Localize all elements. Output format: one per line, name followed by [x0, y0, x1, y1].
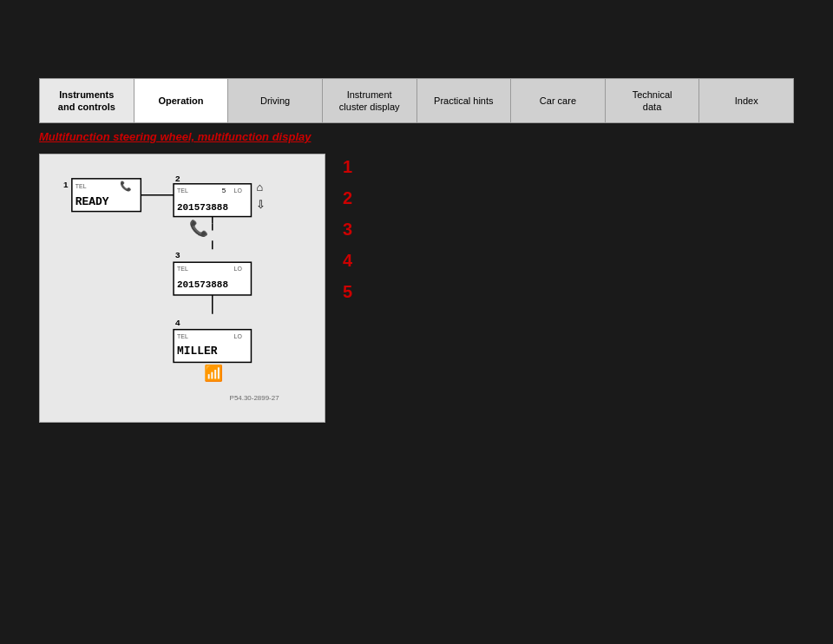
svg-text:5: 5 [222, 187, 226, 194]
svg-text:LO: LO [234, 266, 243, 272]
svg-text:READY: READY [75, 195, 109, 208]
desc-num-5: 5 [343, 283, 360, 300]
nav-practical[interactable]: Practical hints [417, 79, 512, 122]
svg-text:3: 3 [175, 250, 180, 260]
svg-text:4: 4 [175, 318, 180, 327]
description-area: 1 2 3 4 5 [343, 154, 794, 423]
desc-item-4: 4 [343, 252, 794, 269]
nav-instruments[interactable]: Instrumentsand controls [40, 79, 134, 122]
svg-text:LO: LO [234, 333, 243, 339]
desc-num-3: 3 [343, 220, 360, 238]
svg-text:201573888: 201573888 [177, 279, 228, 290]
svg-text:📶: 📶 [204, 364, 224, 383]
nav-driving[interactable]: Driving [228, 79, 323, 122]
svg-text:TEL: TEL [75, 183, 87, 189]
desc-item-3: 3 [343, 220, 794, 238]
svg-text:P54.30-2899-27: P54.30-2899-27 [230, 394, 280, 402]
diagram-svg: 1 TEL 📞 READY 2 TEL 5 LO ⌂ [53, 168, 312, 409]
page-container: Instrumentsand controls Operation Drivin… [0, 0, 833, 644]
svg-text:⇩: ⇩ [256, 198, 266, 211]
nav-operation[interactable]: Operation [134, 79, 229, 122]
svg-text:LO: LO [234, 187, 243, 194]
svg-text:TEL: TEL [177, 187, 188, 194]
svg-text:TEL: TEL [177, 266, 188, 272]
nav-carcare[interactable]: Car care [511, 79, 606, 122]
desc-num-4: 4 [343, 252, 360, 269]
svg-text:📞: 📞 [120, 180, 132, 192]
desc-num-2: 2 [343, 189, 360, 207]
nav-index[interactable]: Index [699, 79, 793, 122]
desc-num-1: 1 [343, 158, 360, 175]
svg-text:TEL: TEL [177, 333, 188, 339]
diagram-box: 1 TEL 📞 READY 2 TEL 5 LO ⌂ [39, 154, 325, 423]
svg-text:MILLER: MILLER [177, 345, 218, 358]
svg-text:2: 2 [175, 174, 180, 183]
nav-technical[interactable]: Technicaldata [606, 79, 700, 122]
nav-cluster[interactable]: Instrumentcluster display [323, 79, 417, 122]
svg-text:📞: 📞 [189, 219, 209, 238]
svg-text:201573888: 201573888 [177, 202, 228, 213]
nav-bar: Instrumentsand controls Operation Drivin… [39, 78, 794, 123]
desc-item-2: 2 [343, 189, 794, 207]
page-subtitle: Multifunction steering wheel, multifunct… [39, 130, 794, 143]
svg-text:1: 1 [63, 180, 69, 189]
content-area: Instrumentsand controls Operation Drivin… [39, 78, 794, 423]
main-content: 1 TEL 📞 READY 2 TEL 5 LO ⌂ [39, 154, 794, 423]
desc-item-1: 1 [343, 158, 794, 175]
svg-text:⌂: ⌂ [256, 181, 263, 194]
desc-item-5: 5 [343, 283, 794, 300]
